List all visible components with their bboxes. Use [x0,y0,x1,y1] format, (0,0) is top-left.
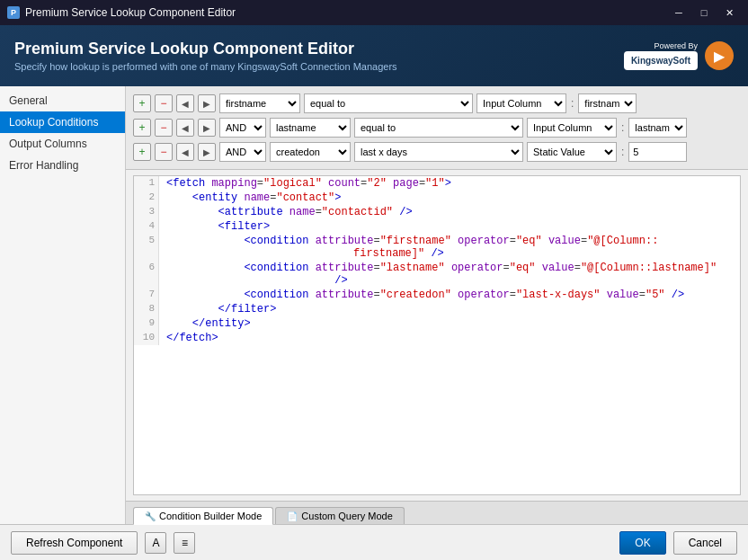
move-up-btn-2[interactable]: ◀ [176,119,194,137]
value-select-2[interactable]: firstname lastname [628,118,687,138]
code-line-10: 10 </fetch> [134,331,740,345]
header-logo: Powered By KingswaySoft ▶ [624,41,734,71]
field-select-1[interactable]: firstname lastname createdon [219,93,300,113]
colon-sep-1: : [571,97,574,110]
add-condition-btn-1[interactable]: + [133,94,151,112]
remove-condition-btn-2[interactable]: − [155,119,173,137]
code-line-8: 8 </filter> [134,302,740,316]
window-controls: ─ □ ✕ [667,4,741,22]
header: Premium Service Lookup Component Editor … [0,25,748,86]
type-select-2[interactable]: Input Column Static Value [527,118,617,138]
code-line-7: 7 <condition attribute="createdon" opera… [134,288,740,302]
operator-select-2[interactable]: equal to last x days [354,118,523,138]
title-bar-left: P Premium Service Lookup Component Edito… [7,6,236,19]
footer-right: OK Cancel [619,531,737,555]
move-down-btn-1[interactable]: ▶ [198,94,216,112]
condition-builder-icon: 🔧 [145,511,156,521]
sidebar-item-error-handling[interactable]: Error Handling [0,155,125,176]
dialog-subtitle: Specify how lookup is performed with one… [14,61,397,72]
tab-condition-builder-label: Condition Builder Mode [159,511,262,521]
ok-button[interactable]: OK [619,531,665,555]
tab-custom-query[interactable]: 📄 Custom Query Mode [275,507,404,524]
sidebar-item-output-columns[interactable]: Output Columns [0,133,125,155]
tab-custom-query-label: Custom Query Mode [301,511,392,521]
add-condition-btn-3[interactable]: + [133,143,151,161]
logo-brand: KingswaySoft [624,51,698,70]
colon-sep-2: : [621,121,624,134]
sidebar-item-lookup-conditions[interactable]: Lookup Conditions [0,111,125,133]
dialog-title: Premium Service Lookup Component Editor [14,40,397,58]
window-title: Premium Service Lookup Component Editor [25,6,236,19]
value-select-1[interactable]: firstname lastname [578,93,637,113]
footer-left: Refresh Component A ≡ [11,531,195,555]
and-select-2[interactable]: AND OR [219,118,266,138]
minimize-button[interactable]: ─ [667,4,690,22]
sidebar-item-general[interactable]: General [0,90,125,111]
sidebar: General Lookup Conditions Output Columns… [0,86,126,524]
tab-condition-builder[interactable]: 🔧 Condition Builder Mode [133,507,273,525]
title-bar: P Premium Service Lookup Component Edito… [0,0,748,25]
move-down-btn-2[interactable]: ▶ [198,119,216,137]
code-line-3: 3 <attribute name="contactid" /> [134,205,740,219]
condition-row-2: + − ◀ ▶ AND OR firstname lastname create… [133,118,741,138]
move-down-btn-3[interactable]: ▶ [198,143,216,161]
remove-condition-btn-3[interactable]: − [155,143,173,161]
conditions-panel: + − ◀ ▶ firstname lastname createdon equ… [126,86,748,170]
type-select-1[interactable]: Input Column Static Value [476,93,566,113]
code-line-1: 1 <fetch mapping="logical" count="2" pag… [134,176,740,191]
code-line-6: 6 <condition attribute="lastname" operat… [134,261,740,288]
field-select-2[interactable]: firstname lastname createdon [270,118,351,138]
header-title-block: Premium Service Lookup Component Editor … [14,40,397,72]
operator-select-3[interactable]: equal to last x days [354,142,523,162]
operator-select-1[interactable]: equal to last x days [304,93,473,113]
move-up-btn-1[interactable]: ◀ [176,94,194,112]
main-area: General Lookup Conditions Output Columns… [0,86,748,524]
logo-arrow-icon: ▶ [705,41,734,70]
type-select-3[interactable]: Input Column Static Value [527,142,617,162]
footer-icon-btn-2[interactable]: ≡ [174,532,195,554]
add-condition-btn-2[interactable]: + [133,119,151,137]
logo-text: Powered By KingswaySoft [624,41,698,71]
close-button[interactable]: ✕ [717,4,741,22]
field-select-3[interactable]: firstname lastname createdon [270,142,351,162]
footer-icon-btn-1[interactable]: A [145,532,166,554]
move-up-btn-3[interactable]: ◀ [176,143,194,161]
static-value-input-3[interactable] [628,142,687,162]
cancel-button[interactable]: Cancel [673,531,737,555]
tabs-bar: 🔧 Condition Builder Mode 📄 Custom Query … [126,501,748,524]
footer: Refresh Component A ≡ OK Cancel [0,524,748,560]
app-icon: P [7,6,20,19]
condition-row-1: + − ◀ ▶ firstname lastname createdon equ… [133,93,741,113]
maximize-button[interactable]: □ [692,4,716,22]
code-line-2: 2 <entity name="contact"> [134,191,740,205]
code-line-9: 9 </entity> [134,316,740,331]
colon-sep-3: : [621,146,624,158]
custom-query-icon: 📄 [287,511,298,521]
content-area: + − ◀ ▶ firstname lastname createdon equ… [126,86,748,524]
code-line-5: 5 <condition attribute="firstname" opera… [134,234,740,261]
remove-condition-btn-1[interactable]: − [155,94,173,112]
refresh-component-button[interactable]: Refresh Component [11,531,138,555]
condition-row-3: + − ◀ ▶ AND OR firstname lastname create… [133,142,741,162]
code-editor: 1 <fetch mapping="logical" count="2" pag… [133,175,741,495]
code-line-4: 4 <filter> [134,219,740,234]
and-select-3[interactable]: AND OR [219,142,266,162]
